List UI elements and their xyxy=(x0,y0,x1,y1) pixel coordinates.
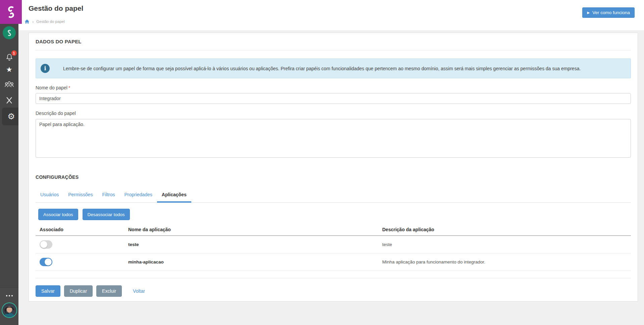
tab-usuarios[interactable]: Usuários xyxy=(36,188,63,202)
app-description: teste xyxy=(382,242,631,247)
role-name-input[interactable] xyxy=(36,93,631,104)
user-avatar[interactable] xyxy=(2,302,17,318)
sidebar-bottom-section xyxy=(0,287,18,325)
toggle-knob xyxy=(45,258,52,266)
more-options-button[interactable] xyxy=(0,295,18,296)
sidebar-item-team[interactable] xyxy=(0,78,18,90)
sidebar-item-favorites[interactable]: ★ xyxy=(0,64,18,76)
disassociate-all-button[interactable]: Desassociar todos xyxy=(83,209,130,220)
team-icon xyxy=(5,80,14,88)
applications-table: Associado Nome da aplicação Descrição da… xyxy=(36,220,631,278)
save-button[interactable]: Salvar xyxy=(36,285,60,297)
tools-icon xyxy=(5,96,13,105)
page-header: Gestão do papel › Gestão do papel ▶ Ver … xyxy=(18,0,644,30)
see-how-it-works-label: Ver como funciona xyxy=(592,10,630,15)
associate-all-button[interactable]: Associar todos xyxy=(38,209,78,220)
config-tabs: Usuários Permissões Filtros Propriedades… xyxy=(36,188,631,203)
app-logo[interactable] xyxy=(0,0,22,24)
see-how-it-works-button[interactable]: ▶ Ver como funciona xyxy=(582,7,635,18)
back-link[interactable]: Voltar xyxy=(133,288,145,294)
associated-toggle[interactable] xyxy=(40,258,52,266)
section-title-role-data: DADOS DO PAPEL xyxy=(36,39,631,44)
delete-button[interactable]: Excluir xyxy=(96,285,122,297)
role-description-label: Descrição do papel xyxy=(36,111,631,116)
tab-permissoes[interactable]: Permissões xyxy=(63,188,97,202)
associated-toggle[interactable] xyxy=(40,240,52,249)
info-alert: i Lembre-se de configurar um papel de fo… xyxy=(36,58,631,78)
app-name: teste xyxy=(128,242,382,247)
breadcrumb: › Gestão do papel xyxy=(24,19,65,24)
table-row: minha-aplicacao Minha aplicação para fun… xyxy=(36,253,631,271)
play-icon: ▶ xyxy=(587,11,590,14)
main-content: DADOS DO PAPEL i Lembre-se de configurar… xyxy=(18,30,644,325)
duplicate-button[interactable]: Duplicar xyxy=(64,285,93,297)
sidebar-item-tools[interactable] xyxy=(0,94,18,106)
table-header: Associado Nome da aplicação Descrição da… xyxy=(36,220,631,236)
role-data-card: DADOS DO PAPEL i Lembre-se de configurar… xyxy=(29,33,638,301)
info-alert-text: Lembre-se de configurar um papel de form… xyxy=(63,66,581,71)
role-name-label: Nome do papel* xyxy=(36,85,631,90)
sidebar: 1 ★ ⚙ xyxy=(0,0,18,325)
breadcrumb-current: Gestão do papel xyxy=(36,19,64,24)
tab-filtros[interactable]: Filtros xyxy=(97,188,119,202)
ellipsis-icon xyxy=(6,295,7,296)
app-name: minha-aplicacao xyxy=(128,259,382,265)
column-header-associated: Associado xyxy=(40,227,128,232)
toggle-knob xyxy=(40,241,47,248)
sidebar-item-settings[interactable]: ⚙ xyxy=(2,110,20,122)
bulk-actions: Associar todos Desassociar todos xyxy=(36,209,631,220)
role-description-textarea[interactable]: Papel para aplicação. xyxy=(36,119,631,158)
user-avatar-image xyxy=(2,303,16,317)
star-icon: ★ xyxy=(6,66,12,73)
sensedia-logo-icon xyxy=(4,5,18,19)
tab-propriedades[interactable]: Propriedades xyxy=(120,188,157,202)
breadcrumb-separator: › xyxy=(32,19,34,24)
notification-badge: 1 xyxy=(11,50,17,56)
sensedia-logo-icon xyxy=(6,29,13,37)
form-actions: Salvar Duplicar Excluir Voltar xyxy=(36,285,631,297)
required-marker: * xyxy=(68,85,70,90)
sensedia-home-logo-icon[interactable] xyxy=(3,26,16,39)
info-icon: i xyxy=(41,64,50,73)
column-header-app-name: Nome da aplicação xyxy=(128,227,382,232)
app-description: Minha aplicação para funcionamento do in… xyxy=(382,259,631,265)
table-row: teste teste xyxy=(36,236,631,253)
section-divider xyxy=(36,50,631,50)
sidebar-active-item-background: ⚙ xyxy=(2,108,18,125)
tab-aplicacoes[interactable]: Aplicações xyxy=(157,188,191,202)
home-icon[interactable] xyxy=(24,19,30,24)
column-header-app-description: Descrição da aplicação xyxy=(382,227,631,232)
settings-gear-icon: ⚙ xyxy=(7,112,15,121)
page-title: Gestão do papel xyxy=(29,4,83,12)
sidebar-item-notifications[interactable]: 1 xyxy=(0,51,18,63)
table-footer-spacer xyxy=(36,271,631,278)
section-title-configurations: CONFIGURAÇÕES xyxy=(36,174,631,180)
